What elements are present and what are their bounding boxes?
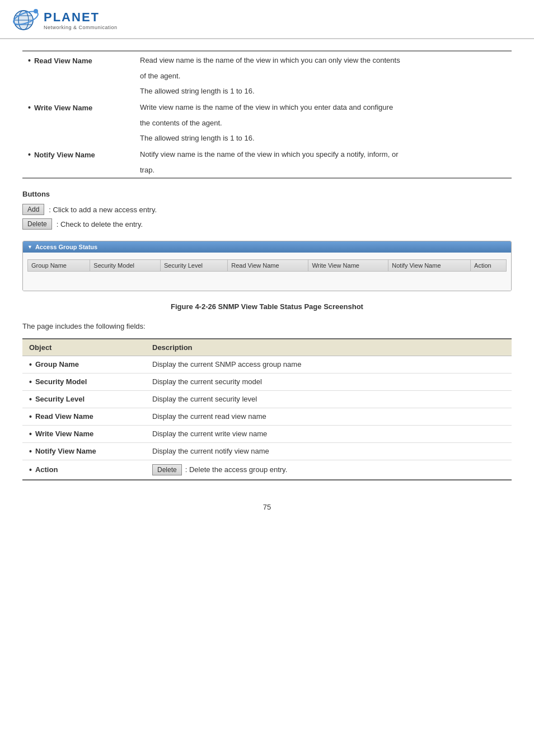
status-col-header: Write View Name — [308, 260, 388, 272]
logo-area: PLANET Networking & Communication — [11, 6, 118, 35]
add-button-row: Add : Click to add a new access entry. — [22, 204, 512, 215]
desc-cell: Read view name is the name of the view i… — [134, 51, 512, 68]
table-row: Security ModelDisplay the current securi… — [22, 373, 512, 390]
delete-button-desc: : Check to delete the entry. — [57, 220, 143, 228]
description-cell: Display the current write view name — [146, 425, 512, 442]
access-group-status-table: Group NameSecurity ModelSecurity LevelRe… — [27, 259, 507, 282]
panel-body: Group NameSecurity ModelSecurity LevelRe… — [23, 253, 511, 291]
action-delete-button[interactable]: Delete — [152, 464, 182, 475]
table-row: Write View NameDisplay the current write… — [22, 425, 512, 442]
object-description-table: Object Description Group NameDisplay the… — [22, 338, 512, 480]
object-cell: Notify View Name — [22, 442, 146, 460]
logo-subtitle: Networking & Communication — [44, 25, 118, 30]
access-group-panel: Access Group Status Group NameSecurity M… — [22, 241, 512, 291]
status-col-header: Security Model — [90, 260, 161, 272]
view-name-info-table: Read View NameRead view name is the name… — [22, 50, 512, 179]
panel-title: Access Group Status — [35, 244, 97, 250]
description-cell: Display the current SNMP access group na… — [146, 356, 512, 373]
term-cell: Notify View Name — [22, 146, 134, 162]
description-cell: Display the current security model — [146, 373, 512, 390]
add-button[interactable]: Add — [22, 204, 44, 215]
object-cell: Security Model — [22, 373, 146, 390]
desc-cell: Notify view name is the name of the view… — [134, 146, 512, 162]
object-cell: Action — [22, 460, 146, 480]
status-col-header: Group Name — [28, 260, 90, 272]
description-cell: Display the current security level — [146, 390, 512, 408]
object-cell: Security Level — [22, 390, 146, 408]
object-cell: Group Name — [22, 356, 146, 373]
figure-caption: Figure 4-2-26 SNMP View Table Status Pag… — [22, 302, 512, 311]
term-cell: Read View Name — [22, 51, 134, 68]
fields-intro: The page includes the following fields: — [22, 322, 512, 330]
delete-button[interactable]: Delete — [22, 218, 52, 230]
buttons-heading: Buttons — [22, 190, 512, 198]
table-row: Read View NameDisplay the current read v… — [22, 408, 512, 425]
planet-logo-icon — [11, 6, 40, 35]
object-cell: Read View Name — [22, 408, 146, 425]
logo-brand: PLANET — [44, 10, 118, 25]
status-col-header: Read View Name — [228, 260, 308, 272]
table-row: Group NameDisplay the current SNMP acces… — [22, 356, 512, 373]
logo-text-area: PLANET Networking & Communication — [44, 10, 118, 30]
table-row: ActionDelete: Delete the access group en… — [22, 460, 512, 480]
term-cell: Write View Name — [22, 99, 134, 115]
status-col-header: Notify View Name — [388, 260, 471, 272]
delete-button-row: Delete : Check to delete the entry. — [22, 218, 512, 230]
page-header: PLANET Networking & Communication — [0, 0, 534, 39]
buttons-section: Buttons Add : Click to add a new access … — [22, 190, 512, 230]
object-cell: Write View Name — [22, 425, 146, 442]
description-cell: Delete: Delete the access group entry. — [146, 460, 512, 480]
table-row: Notify View NameDisplay the current noti… — [22, 442, 512, 460]
description-cell: Display the current read view name — [146, 408, 512, 425]
col-description-header: Description — [146, 339, 512, 356]
action-desc: : Delete the access group entry. — [185, 465, 288, 474]
main-content: Read View NameRead view name is the name… — [0, 39, 534, 522]
svg-point-7 — [34, 9, 38, 13]
status-col-header: Action — [471, 260, 507, 272]
page-number: 75 — [22, 503, 512, 511]
status-col-header: Security Level — [160, 260, 227, 272]
add-button-desc: : Click to add a new access entry. — [49, 206, 157, 214]
panel-header: Access Group Status — [23, 241, 511, 253]
table-row: Security LevelDisplay the current securi… — [22, 390, 512, 408]
desc-cell: Write view name is the name of the view … — [134, 99, 512, 115]
col-object-header: Object — [22, 339, 146, 356]
description-cell: Display the current notify view name — [146, 442, 512, 460]
